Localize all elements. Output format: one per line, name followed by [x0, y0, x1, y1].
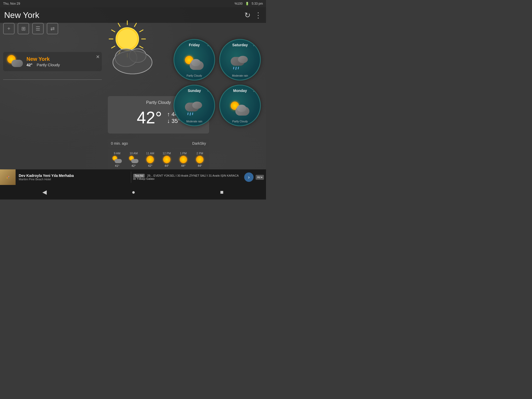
forecast-icon — [231, 56, 249, 70]
hour-temp: 44° — [181, 164, 185, 167]
hourly-row: 9 AM41°10 AM42°11 AM42°12 PM44°1 PM44°2 … — [110, 152, 207, 167]
hour-item: 1 PM44° — [176, 152, 191, 167]
svg-line-1 — [135, 23, 137, 26]
hour-label: 1 PM — [180, 152, 187, 155]
location-weather-icon — [7, 55, 23, 68]
hour-item: 10 AM42° — [127, 152, 141, 167]
forecast-icon — [185, 56, 204, 70]
forecast-low: 48° — [207, 89, 212, 92]
forecast-circle-monday: 55°39°Monday Partly Cloudy — [219, 85, 261, 126]
close-location-button[interactable]: ✕ — [96, 54, 100, 60]
status-bar: Thu, Nov 29 %100 🔋 5:33 pm — [0, 0, 266, 7]
forecast-high: 55° — [223, 89, 227, 92]
location-city-name: New York — [26, 56, 60, 62]
recent-apps-button[interactable]: ■ — [220, 189, 223, 196]
location-info: New York 42° Partly Cloudy — [26, 56, 60, 67]
location-condition: Partly Cloudy — [37, 63, 60, 67]
ad-subtitle: Maritim Pine Beach Hotel — [19, 178, 128, 181]
ad-content-left[interactable]: Dev Kadroyla Yeni Yıla Merhaba Maritim P… — [16, 172, 131, 182]
refresh-button[interactable]: ↻ — [244, 11, 250, 19]
forecast-high: 46° — [223, 43, 227, 46]
toolbar: + ⊞ ☰ ⇄ — [3, 23, 58, 34]
main-temperature: 42° — [137, 108, 162, 127]
svg-point-13 — [117, 29, 137, 49]
forecast-circles: 41°32°Friday Partly Cloudy46°33°Saturday… — [174, 39, 261, 126]
back-button[interactable]: ◀ — [42, 189, 47, 196]
add-location-button[interactable]: + — [3, 23, 15, 34]
menu-button[interactable]: ⋮ — [255, 11, 262, 19]
svg-line-10 — [111, 30, 115, 32]
ad-bar: 🎉 Dev Kadroyla Yeni Yıla Merhaba Maritim… — [0, 169, 266, 185]
forecast-high: 41° — [177, 43, 181, 46]
forecast-icon — [231, 102, 249, 116]
update-bar: 0 min. ago DarkSky — [108, 139, 209, 148]
list-button[interactable]: ☰ — [32, 23, 44, 34]
divider-line — [3, 79, 102, 80]
ad-right-text: 29... EVENT YÜKSEL I 30 Aralık ZİYNET SA… — [133, 174, 239, 180]
forecast-circle-sunday: 57°48°Sunday Moderate rain — [174, 85, 215, 126]
hour-label: 12 PM — [163, 152, 171, 155]
hour-icon — [112, 156, 122, 163]
city-title: New York — [4, 10, 39, 20]
forecast-condition: Partly Cloudy — [220, 120, 260, 123]
hour-icon — [162, 156, 171, 163]
navigation-bar: ◀ ● ■ — [0, 185, 266, 200]
svg-line-11 — [118, 23, 120, 26]
ad-title: Dev Kadroyla Yeni Yıla Merhaba — [19, 174, 128, 178]
forecast-low: 32° — [207, 43, 212, 46]
hour-temp: 41° — [115, 164, 119, 167]
hour-temp: 44° — [198, 164, 202, 167]
ad-next-button[interactable]: › — [244, 172, 254, 182]
forecast-condition: Moderate rain — [174, 120, 214, 123]
location-temp: 42° — [26, 63, 32, 67]
location-temp-desc: 42° Partly Cloudy — [26, 63, 60, 67]
swap-button[interactable]: ⇄ — [47, 23, 58, 34]
down-arrow-icon: ↓ — [167, 118, 170, 124]
hour-item: 2 PM44° — [192, 152, 207, 167]
grid-button[interactable]: ⊞ — [18, 23, 29, 34]
hour-item: 12 PM44° — [159, 152, 174, 167]
forecast-low: 33° — [253, 43, 257, 46]
hour-item: 9 AM41° — [110, 152, 124, 167]
hour-icon — [145, 156, 155, 163]
svg-point-19 — [129, 49, 146, 62]
forecast-day: Sunday — [188, 89, 201, 93]
svg-line-4 — [140, 46, 143, 48]
hour-label: 2 PM — [196, 152, 203, 155]
status-time: 5:33 pm — [252, 2, 263, 5]
svg-line-2 — [140, 30, 143, 32]
forecast-condition: Moderate rain — [220, 74, 260, 77]
main-weather-icon — [96, 16, 164, 78]
forecast-day: Monday — [233, 89, 247, 93]
hour-icon — [179, 156, 188, 163]
hour-label: 9 AM — [114, 152, 120, 155]
hour-label: 10 AM — [130, 152, 138, 155]
status-date: Thu, Nov 29 — [3, 2, 20, 5]
forecast-high: 57° — [177, 89, 181, 92]
forecast-day: Friday — [189, 43, 200, 47]
update-time: 0 min. ago — [111, 141, 128, 145]
location-card: New York 42° Partly Cloudy ✕ — [3, 52, 102, 71]
forecast-circle-friday: 41°32°Friday Partly Cloudy — [174, 39, 215, 81]
forecast-icon — [185, 102, 204, 116]
up-arrow-icon: ↑ — [167, 111, 170, 118]
hour-icon — [129, 156, 138, 163]
hour-icon — [195, 156, 204, 163]
battery-icon: 🔋 — [245, 2, 249, 5]
data-source: DarkSky — [192, 141, 206, 145]
battery-indicator: %100 — [235, 2, 243, 5]
home-button[interactable]: ● — [132, 189, 135, 196]
sun-icon — [96, 16, 164, 75]
cloud-small-icon — [11, 60, 23, 67]
forecast-day: Saturday — [232, 43, 248, 47]
ad-content-right[interactable]: Test Ad 29... EVENT YÜKSEL I 30 Aralık Z… — [131, 173, 244, 181]
ad-image: 🎉 — [0, 169, 16, 185]
hour-label: 11 AM — [146, 152, 154, 155]
ad-label[interactable]: Ad ▾ — [256, 175, 264, 180]
hour-item: 11 AM42° — [143, 152, 157, 167]
forecast-low: 39° — [253, 89, 257, 92]
svg-line-8 — [111, 46, 115, 48]
forecast-circle-saturday: 46°33°Saturday Moderate rain — [219, 39, 261, 81]
ad-image-placeholder: 🎉 — [6, 176, 9, 178]
hour-temp: 42° — [148, 164, 152, 167]
